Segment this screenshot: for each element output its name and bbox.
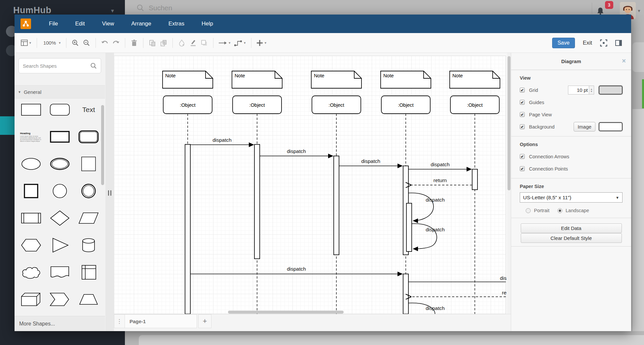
exit-button[interactable]: Exit — [583, 40, 592, 46]
note-shape[interactable]: Note — [381, 71, 431, 88]
diagram-canvas[interactable]: Note Note Note Note Note :Object :Object… — [114, 53, 511, 314]
landscape-radio[interactable] — [557, 208, 562, 213]
message-label: dispatch — [287, 148, 306, 154]
shape-rectangle[interactable] — [17, 102, 45, 118]
section-general[interactable]: ▼ General — [15, 85, 105, 98]
shape-ellipse[interactable] — [17, 156, 45, 172]
shape-diamond[interactable] — [45, 210, 74, 226]
shape-document[interactable] — [45, 264, 74, 280]
grid-size-input[interactable]: 10 pt — [568, 86, 589, 95]
canvas-vertical-scrollbar[interactable] — [507, 53, 511, 314]
pages-menu-button[interactable]: ⋮ — [114, 314, 125, 328]
panel-splitter[interactable] — [105, 53, 114, 331]
object-shape[interactable]: :Object — [450, 96, 499, 114]
activation-bar[interactable] — [403, 274, 408, 314]
line-color-button[interactable] — [187, 37, 199, 49]
page-tab[interactable]: Page-1 — [125, 314, 197, 328]
background-color-swatch[interactable] — [599, 122, 623, 131]
note-shape[interactable]: Note — [450, 71, 500, 88]
scrollbar-thumb[interactable] — [508, 56, 511, 190]
shape-rounded-rectangle[interactable] — [45, 102, 74, 118]
shape-rounded-double[interactable] — [74, 129, 103, 145]
paper-size-select[interactable]: US-Letter (8,5" x 11") ▼ — [520, 192, 623, 203]
add-page-button[interactable]: + — [198, 314, 211, 328]
undo-button[interactable] — [99, 37, 110, 49]
shape-trapezoid[interactable] — [74, 291, 103, 307]
activation-bar[interactable] — [472, 169, 477, 190]
fill-color-icon — [178, 39, 185, 47]
menu-help[interactable]: Help — [193, 20, 222, 27]
shape-square[interactable] — [74, 156, 103, 172]
shape-step[interactable] — [45, 291, 74, 307]
note-shape[interactable]: Note — [163, 71, 213, 88]
shape-search-input[interactable] — [23, 63, 90, 69]
shape-cube[interactable] — [17, 291, 45, 307]
guides-checkbox[interactable]: ✔ — [520, 100, 525, 105]
zoom-in-button[interactable] — [70, 37, 81, 49]
activation-bar[interactable] — [406, 203, 412, 251]
zoom-level-button[interactable]: 100% ▼ — [40, 37, 63, 49]
shape-square-bold[interactable] — [17, 183, 45, 199]
sidebar-active-item — [0, 116, 15, 135]
grid-checkbox[interactable]: ✔ — [520, 88, 525, 93]
shape-internal-storage[interactable] — [74, 264, 103, 280]
insert-button[interactable]: ▼ — [255, 37, 269, 49]
menu-view[interactable]: View — [94, 20, 123, 27]
page-view-checkbox[interactable]: ✔ — [520, 112, 525, 117]
shape-rectangle-bold[interactable] — [45, 129, 74, 145]
shape-double-circle[interactable] — [74, 183, 103, 199]
close-icon[interactable]: × — [622, 57, 626, 65]
to-front-button[interactable] — [147, 37, 158, 49]
menu-arrange[interactable]: Arrange — [123, 20, 160, 27]
canvas-horizontal-scrollbar[interactable] — [114, 310, 507, 314]
more-shapes-button[interactable]: More Shapes... — [15, 316, 105, 331]
redo-button[interactable] — [110, 37, 122, 49]
connection-points-checkbox[interactable]: ✔ — [520, 166, 525, 171]
fullscreen-icon[interactable] — [600, 39, 607, 47]
background-image-button[interactable]: Image — [574, 122, 595, 132]
grid-size-stepper[interactable]: ▲▼ — [589, 86, 594, 95]
shape-textbox[interactable]: Heading Lorem ipsum dolor sit amet, cons… — [17, 129, 45, 145]
shape-text[interactable]: Text — [74, 102, 103, 118]
object-shape[interactable]: :Object — [312, 96, 361, 114]
portrait-radio[interactable] — [526, 208, 531, 213]
waypoints-button[interactable]: ▼ — [233, 37, 248, 49]
shape-cylinder[interactable] — [74, 237, 103, 253]
note-shape[interactable]: Note — [232, 71, 282, 88]
connection-arrows-checkbox[interactable]: ✔ — [520, 154, 525, 159]
shape-double-ellipse[interactable] — [45, 156, 74, 172]
activation-bar[interactable] — [185, 144, 190, 314]
toggle-format-panel-icon[interactable] — [615, 40, 622, 46]
delete-button[interactable] — [129, 37, 140, 49]
edit-data-button[interactable]: Edit Data — [521, 223, 622, 233]
shapes-panel-scrollbar[interactable] — [101, 105, 104, 185]
shape-cloud[interactable] — [17, 264, 45, 280]
save-button[interactable]: Save — [552, 38, 575, 48]
connection-style-button[interactable]: ▼ — [217, 37, 233, 49]
menu-extras[interactable]: Extras — [160, 20, 193, 27]
fill-color-button[interactable] — [176, 37, 187, 49]
to-back-button[interactable] — [158, 37, 169, 49]
menu-edit[interactable]: Edit — [66, 20, 93, 27]
clear-default-style-button[interactable]: Clear Default Style — [521, 233, 622, 243]
zoom-out-button[interactable] — [81, 37, 92, 49]
object-shape[interactable]: :Object — [233, 96, 282, 114]
activation-bar[interactable] — [254, 144, 260, 259]
cylinder-icon — [78, 238, 99, 253]
shape-hexagon[interactable] — [17, 237, 45, 253]
shape-triangle[interactable] — [45, 237, 74, 253]
view-outline-button[interactable]: ▼ — [19, 37, 33, 49]
object-shape[interactable]: :Object — [163, 96, 212, 114]
scrollbar-thumb[interactable] — [228, 311, 344, 314]
background-checkbox[interactable]: ✔ — [520, 124, 525, 129]
shadow-button[interactable] — [199, 37, 210, 49]
shape-circle[interactable] — [45, 183, 74, 199]
shape-process[interactable] — [17, 210, 45, 226]
shape-search-box[interactable] — [19, 58, 101, 73]
shape-parallelogram[interactable] — [74, 210, 103, 226]
grid-color-swatch[interactable] — [599, 86, 623, 95]
note-shape[interactable]: Note — [311, 71, 361, 88]
menu-file[interactable]: File — [40, 20, 66, 27]
activation-bar[interactable] — [334, 156, 339, 255]
object-shape[interactable]: :Object — [381, 96, 430, 114]
